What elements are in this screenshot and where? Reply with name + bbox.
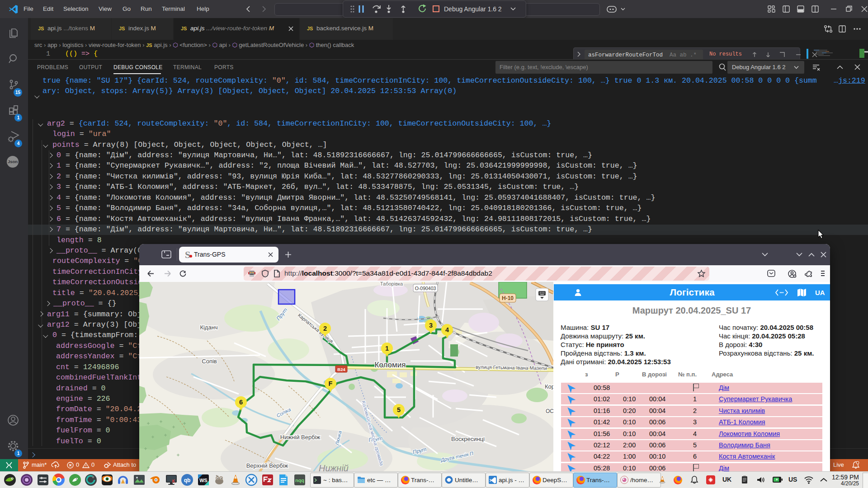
svg-text:F: F — [329, 380, 333, 387]
svg-text:qb: qb — [184, 477, 191, 483]
svg-text:О-090403: О-090403 — [415, 286, 436, 291]
svg-text:WS: WS — [199, 478, 208, 483]
svg-text:6: 6 — [239, 399, 243, 406]
svg-text:В24: В24 — [337, 367, 345, 372]
svg-text:Верхній Вербіж: Верхній Вербіж — [246, 462, 288, 469]
svg-text:Нижній Вербіж: Нижній Вербіж — [280, 434, 321, 441]
svg-text:Н-10: Н-10 — [502, 295, 514, 301]
svg-text:2: 2 — [323, 325, 327, 332]
svg-text:4: 4 — [445, 326, 449, 333]
svg-text:ОС: ОС — [546, 408, 553, 414]
svg-text:3: 3 — [429, 322, 433, 329]
svg-text:Сопів: Сопів — [202, 358, 217, 365]
svg-text:Воскресинці: Воскресинці — [451, 436, 485, 442]
svg-text:nqq: nqq — [295, 478, 304, 483]
svg-text:Кор: Кор — [545, 383, 553, 390]
svg-text:1: 1 — [385, 345, 389, 352]
svg-text:Таборівка: Таборівка — [380, 282, 403, 286]
svg-text:Коломия: Коломия — [375, 361, 406, 369]
svg-text:5: 5 — [397, 406, 401, 413]
svg-text:Кіданч: Кіданч — [200, 324, 217, 331]
